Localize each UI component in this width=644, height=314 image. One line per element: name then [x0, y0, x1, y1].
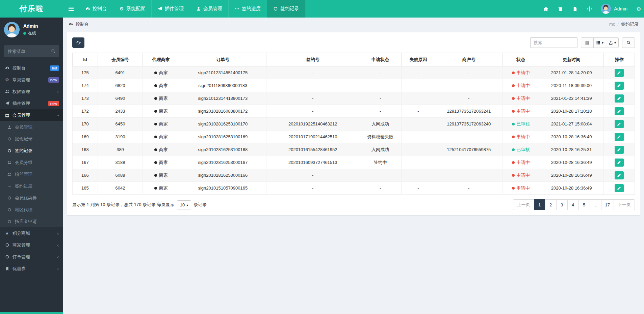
cell-id: 172: [73, 105, 98, 118]
sidebar-item[interactable]: 优惠券‹: [0, 263, 63, 275]
cell-status: 申请中: [503, 131, 539, 143]
sidebar-subitem-label: 会员分组: [15, 160, 32, 166]
cell-updated-at: 2021-01-28 14:20:09: [539, 66, 603, 79]
top-menu-item[interactable]: 控制台: [79, 0, 113, 18]
user-menu[interactable]: Admin: [597, 4, 632, 14]
edit-button[interactable]: [615, 69, 624, 77]
cell-id: 173: [73, 92, 98, 105]
users-icon: [7, 172, 15, 176]
edit-button[interactable]: [615, 94, 624, 103]
sidebar-item[interactable]: ★积分商城‹: [0, 227, 63, 239]
sidebar-item[interactable]: ▤会员管理‹: [0, 109, 63, 121]
cell-actions: [604, 92, 635, 105]
top-menu-item[interactable]: 签约进度: [229, 0, 267, 18]
sidebar-subitem[interactable]: 会员分组: [0, 156, 63, 168]
status-badge: 申请中: [517, 70, 530, 75]
sidebar-subitem[interactable]: 签约记录: [0, 145, 63, 156]
edit-button[interactable]: [615, 107, 624, 115]
circle-icon: [273, 6, 278, 11]
prev-page-button[interactable]: 上一页: [513, 199, 534, 210]
page-button[interactable]: 1: [534, 199, 545, 210]
grid-view-button[interactable]: ▾: [593, 37, 606, 48]
status-dot-icon: [512, 84, 515, 87]
page-button[interactable]: 2: [545, 199, 557, 210]
agent-dot-icon: [154, 110, 157, 113]
page-button[interactable]: 5: [578, 199, 590, 210]
breadcrumb[interactable]: 控制台: [69, 21, 89, 27]
cell-fail-reason: [401, 169, 435, 182]
page-button[interactable]: 3: [556, 199, 568, 210]
edit-button[interactable]: [615, 159, 624, 167]
cell-sign-no: 20201016155428461952: [266, 143, 359, 156]
edit-button[interactable]: [615, 171, 624, 179]
table-search-input[interactable]: [530, 37, 577, 48]
sidebar-item[interactable]: 订单管理‹: [0, 251, 63, 263]
table-row: 1722433商家sign20102816083800172---1291377…: [73, 105, 635, 118]
home-button[interactable]: [539, 0, 553, 18]
status-badge: 已审核: [517, 147, 530, 152]
column-header: 操作: [604, 53, 635, 66]
export-view-button[interactable]: ▾: [606, 37, 619, 48]
sidebar-subitem[interactable]: 粉丝管理: [0, 168, 63, 180]
expand-button[interactable]: [582, 0, 597, 18]
file-button[interactable]: [568, 0, 582, 18]
cell-agent: 商家: [143, 182, 179, 195]
top-menu-item[interactable]: ⚙系统配置: [113, 0, 152, 18]
agent-dot-icon: [154, 187, 157, 190]
edit-button[interactable]: [615, 120, 624, 128]
chevron-left-icon: ‹: [57, 266, 59, 271]
status-dot-icon: [512, 161, 515, 164]
page-button[interactable]: 17: [601, 199, 614, 210]
breadcrumb-trail: mc/签约记录: [609, 21, 639, 27]
cell-merchant-no: [435, 131, 503, 143]
cell-member-no: 6491: [98, 66, 143, 79]
cell-sign-no: 20201017190214462510: [266, 131, 359, 143]
column-header: 申请状态: [359, 53, 402, 66]
sidebar-subitem[interactable]: 签约进度: [0, 180, 63, 192]
cell-order-no: sign21012314413900173: [179, 92, 266, 105]
search-icon[interactable]: [51, 49, 56, 54]
cell-id: 168: [73, 143, 98, 156]
columns-view-button[interactable]: ▤: [581, 37, 594, 48]
edit-button[interactable]: [615, 184, 624, 192]
sidebar-subitem[interactable]: 地区代理: [0, 204, 63, 216]
edit-button[interactable]: [615, 82, 624, 90]
sidebar-toggle-button[interactable]: [63, 0, 79, 18]
trash-button[interactable]: [553, 0, 568, 18]
sidebar-item[interactable]: ⚙常规管理new: [0, 74, 63, 86]
cell-fail-reason: [401, 156, 435, 169]
table-row: 1756491商家sign21012314551400175----申请中202…: [73, 66, 635, 79]
next-page-button[interactable]: 下一页: [614, 199, 635, 210]
sidebar-item[interactable]: 权限管理‹: [0, 86, 63, 97]
sidebar-subitem-label: 会员优惠券: [15, 195, 37, 201]
caret-down-icon: ▾: [602, 41, 603, 45]
sidebar-item[interactable]: 插件管理new: [0, 97, 63, 109]
circle-icon: [7, 149, 15, 153]
sidebar-subitem[interactable]: 提现记录: [0, 133, 63, 145]
sidebar-subitem[interactable]: 拓店者申请: [0, 216, 63, 227]
top-menu-item[interactable]: 会员管理: [190, 0, 229, 18]
brand-logo[interactable]: 付乐啦: [0, 0, 63, 18]
edit-button[interactable]: [615, 146, 624, 154]
top-menu-item[interactable]: 插件管理: [152, 0, 190, 18]
status-badge: 申请中: [517, 173, 530, 178]
page-size-select[interactable]: 10 ▴: [177, 200, 191, 209]
sidebar-subitem[interactable]: 会员管理: [0, 121, 63, 133]
sidebar-item[interactable]: 商家管理‹: [0, 239, 63, 251]
edit-button[interactable]: [615, 133, 624, 141]
sidebar-item[interactable]: 控制台hot: [0, 62, 63, 74]
dashboard-icon: [69, 22, 73, 27]
agent-dot-icon: [154, 161, 157, 164]
cell-updated-at: 2020-11-18 09:39:00: [539, 79, 603, 92]
refresh-button[interactable]: [72, 37, 84, 48]
sidebar-subitem[interactable]: 会员优惠券: [0, 192, 63, 204]
cell-agent: 商家: [143, 143, 179, 156]
agent-dot-icon: [154, 136, 157, 138]
cell-merchant-no: -: [435, 79, 503, 92]
search-button[interactable]: [622, 37, 635, 48]
top-menu-item-label: 会员管理: [203, 6, 222, 12]
cell-fail-reason: [401, 143, 435, 156]
page-button[interactable]: 4: [567, 199, 579, 210]
settings-button[interactable]: ⚙: [632, 0, 642, 18]
top-menu-item[interactable]: 签约记录: [267, 0, 306, 18]
